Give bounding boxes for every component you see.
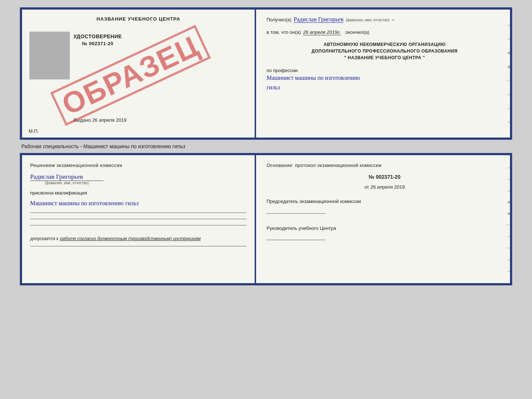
po-professii-label: по профессии — [266, 68, 503, 73]
ot-date-value: 26 апреля 2019 — [370, 184, 405, 190]
osnovanie-text: Основание: протокол экзаменационной коми… — [266, 163, 503, 168]
dopuskaetsya-italic: работе согласно должностным (производств… — [60, 236, 201, 241]
right-ticks-bottom: – – – и а ← – – – – — [505, 155, 510, 283]
rukovoditel-title: Руководитель учебного Центра — [266, 225, 503, 232]
vydano-date: 26 апреля 2019 — [92, 117, 127, 123]
fio-sublabel: (фамилия, имя, отчество) — [30, 181, 104, 185]
qualification-block: Машинист машины по изготовлению гильз — [30, 199, 247, 208]
bottom-number: № 002371-20 — [266, 174, 503, 180]
name-sublabel: (фамилия, имя, отчество) — [346, 18, 390, 22]
top-certificate: НАЗВАНИЕ УЧЕБНОГО ЦЕНТРА УДОСТОВЕРЕНИЕ №… — [20, 7, 512, 140]
predsedatel-title: Председатель экзаменационной комиссии — [266, 198, 503, 205]
profession-line1: Машинист машины по изготовлению — [266, 73, 503, 83]
qualification-line1: Машинист машины по изготовлению — [30, 200, 123, 206]
po-professii-block: по профессии Машинист машины по изготовл… — [266, 68, 503, 92]
qualification-line2: гильз — [125, 200, 139, 206]
org-line2: ДОПОЛНИТЕЛЬНОГО ПРОФЕССИОНАЛЬНОГО ОБРАЗО… — [266, 48, 503, 54]
photo-placeholder — [29, 32, 70, 79]
vydano-block: Выдано 26 апреля 2019 — [73, 117, 126, 123]
school-name-top: НАЗВАНИЕ УЧЕБНОГО ЦЕНТРА — [29, 16, 247, 22]
okonchil-label: окончил(а) — [345, 29, 369, 35]
udostoverenie-label: УДОСТОВЕРЕНИЕ — [73, 33, 122, 39]
cert-bottom-right: Основание: протокол экзаменационной коми… — [256, 155, 510, 283]
dash-separator: – — [392, 17, 394, 22]
bottom-person-name: Радислав Григорьев — [30, 173, 83, 181]
right-ticks-top: – – и а ← – – – — [506, 10, 510, 138]
between-label: Рабочая специальность - Машинист машины … — [21, 143, 185, 149]
bottom-certificate: Решением экзаменационной комиссии Радисл… — [20, 153, 512, 285]
cert-bottom-left: Решением экзаменационной комиссии Радисл… — [22, 155, 256, 283]
vydano-label: Выдано — [73, 117, 91, 123]
dotted-line-2 — [30, 219, 247, 219]
dopuskaetsya-prefix: допускается к — [30, 236, 58, 241]
bottom-fio-wrapper: Радислав Григорьев (фамилия, имя, отчест… — [30, 171, 247, 185]
recipient-name: Радислав Григорьев — [294, 16, 343, 23]
cert-top-left: НАЗВАНИЕ УЧЕБНОГО ЦЕНТРА УДОСТОВЕРЕНИЕ №… — [22, 10, 256, 138]
cert-number-top: № 002371-20 — [73, 41, 122, 46]
resheniyem-text: Решением экзаменационной комиссии — [30, 163, 247, 168]
vtom-label: в том, что он(а) — [266, 29, 301, 35]
rukovoditel-block: Руководитель учебного Центра — [266, 225, 503, 242]
ot-date-block: от 26 апреля 2019 — [266, 184, 503, 190]
predsedatel-block: Председатель экзаменационной комиссии — [266, 198, 503, 215]
ot-label: от — [364, 184, 369, 190]
mp-label: М.П. — [29, 128, 39, 134]
dotted-line-3 — [30, 225, 247, 225]
vtom-line: в том, что он(а) 26 апреля 2019г. окончи… — [266, 29, 503, 35]
org-line1: АВТОНОМНУЮ НЕКОММЕРЧЕСКУЮ ОРГАНИЗАЦИЮ — [266, 41, 503, 48]
profession-line2: гильз — [266, 83, 503, 92]
dotted-line-1 — [30, 213, 247, 213]
prisvoena-text: присвоена квалификация — [30, 190, 247, 196]
org-block: АВТОНОМНУЮ НЕКОММЕРЧЕСКУЮ ОРГАНИЗАЦИЮ ДО… — [266, 41, 503, 61]
cert-top-right: Получил(а) Радислав Григорьев (фамилия, … — [256, 10, 510, 138]
rukovoditel-signature-line — [266, 240, 325, 240]
org-line3: " НАЗВАНИЕ УЧЕБНОГО ЦЕНТРА " — [266, 54, 503, 61]
dotted-line-bottom — [30, 246, 247, 246]
predsedatel-signature-line — [266, 213, 325, 214]
poluchil-line: Получил(а) Радислав Григорьев (фамилия, … — [266, 16, 503, 23]
poluchil-label: Получил(а) — [266, 17, 291, 22]
completion-date: 26 апреля 2019г. — [303, 29, 341, 35]
dopuskaetsya-block: допускается к работе согласно должностны… — [30, 235, 247, 242]
document-wrapper: НАЗВАНИЕ УЧЕБНОГО ЦЕНТРА УДОСТОВЕРЕНИЕ №… — [20, 7, 512, 285]
udostoverenie-block: УДОСТОВЕРЕНИЕ № 002371-20 — [73, 33, 122, 46]
